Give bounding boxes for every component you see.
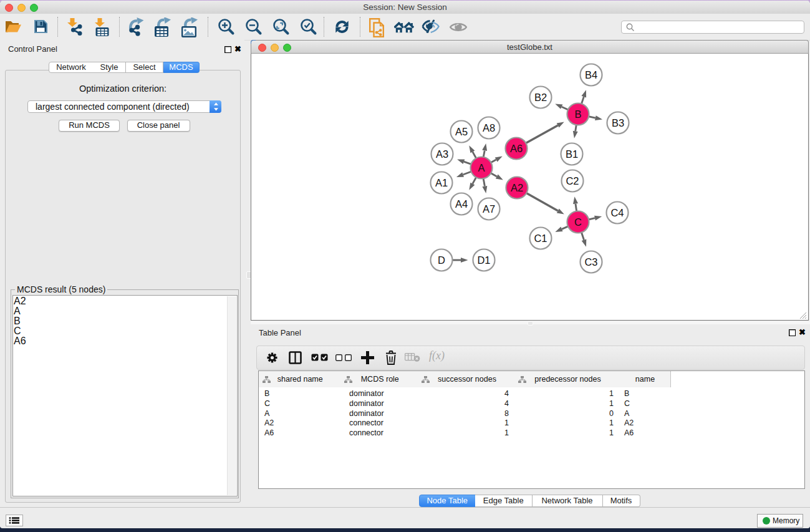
svg-text:B2: B2 [534,92,547,103]
svg-text:A4: A4 [455,198,468,210]
svg-text:A8: A8 [483,122,495,133]
svg-text:A7: A7 [483,203,495,215]
svg-text:B: B [574,109,581,120]
svg-text:D1: D1 [477,254,490,266]
svg-text:B3: B3 [612,117,624,128]
svg-text:A: A [478,162,485,173]
svg-text:C1: C1 [534,233,547,244]
svg-text:C2: C2 [566,175,579,186]
svg-text:C4: C4 [610,207,624,218]
svg-text:C: C [574,216,582,228]
svg-text:A2: A2 [511,182,523,193]
svg-text:A5: A5 [455,126,468,137]
svg-text:D: D [438,254,445,266]
svg-text:A1: A1 [435,177,448,188]
svg-text:C3: C3 [584,256,597,268]
svg-text:A6: A6 [510,143,523,154]
svg-text:B1: B1 [566,148,578,160]
svg-text:B4: B4 [585,69,597,80]
svg-text:A3: A3 [436,148,448,160]
